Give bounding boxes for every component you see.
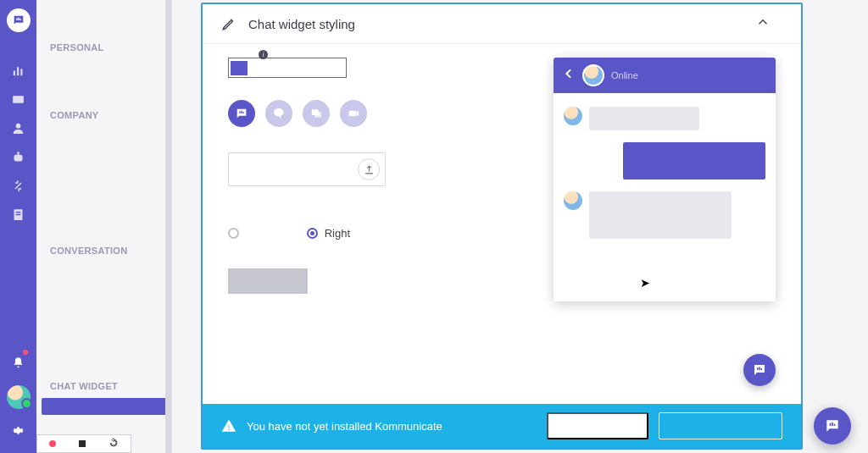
sidebar-group-personal: PERSONAL xyxy=(36,30,171,58)
upload-custom-icon[interactable] xyxy=(228,152,386,186)
launcher-icon-picker xyxy=(228,100,499,127)
color-swatch xyxy=(231,61,248,75)
banner-secondary-button[interactable] xyxy=(659,412,782,439)
svg-rect-20 xyxy=(757,367,759,370)
sidebar-group-conversation: CONVERSATION xyxy=(36,234,171,261)
preview-agent-avatar xyxy=(582,64,604,86)
preview-header: Online xyxy=(554,58,776,93)
svg-rect-15 xyxy=(241,111,242,113)
sidebar-group-company: COMPANY xyxy=(36,98,171,125)
svg-rect-21 xyxy=(759,367,760,370)
nav-integrations-icon[interactable] xyxy=(2,171,36,200)
svg-rect-23 xyxy=(830,423,832,426)
section-header[interactable]: Chat widget styling xyxy=(203,4,801,44)
install-banner: You have not yet installed Kommunicate xyxy=(203,404,801,448)
user-avatar[interactable] xyxy=(7,385,31,409)
msg-avatar xyxy=(564,191,582,210)
launcher-option-overlap[interactable] xyxy=(303,100,330,127)
launcher-option-speech[interactable] xyxy=(265,100,292,127)
section-title: Chat widget styling xyxy=(248,17,355,31)
cursor-icon: ➤ xyxy=(640,276,650,290)
preview-status: Online xyxy=(611,70,638,80)
settings-icon[interactable] xyxy=(2,417,36,446)
svg-rect-5 xyxy=(20,69,22,75)
warning-icon xyxy=(221,418,236,434)
notifications-icon[interactable] xyxy=(2,348,36,377)
svg-rect-8 xyxy=(14,154,23,161)
svg-rect-25 xyxy=(834,424,836,427)
svg-rect-1 xyxy=(18,18,19,20)
svg-rect-12 xyxy=(16,211,21,212)
restart-icon[interactable] xyxy=(108,436,119,451)
pencil-icon xyxy=(221,16,236,31)
global-chat-fab[interactable] xyxy=(814,407,851,445)
position-left-radio[interactable]: Left xyxy=(228,227,264,240)
info-icon[interactable]: i xyxy=(259,50,268,59)
svg-rect-13 xyxy=(16,213,21,214)
position-right-label: Right xyxy=(325,227,350,240)
svg-rect-14 xyxy=(239,111,240,113)
position-radio-group: Left Right xyxy=(228,227,499,240)
launcher-option-chat[interactable] xyxy=(228,100,255,127)
nav-reports-icon[interactable] xyxy=(2,200,36,229)
main-panel: Chat widget styling i Left Right xyxy=(201,3,803,450)
primary-color-field: i xyxy=(228,58,499,78)
sidebar-item-styling[interactable] xyxy=(42,398,166,415)
msg-avatar xyxy=(564,107,582,125)
svg-point-7 xyxy=(16,123,21,128)
banner-primary-button[interactable] xyxy=(547,412,648,439)
settings-sidebar: PERSONAL COMPANY CONVERSATION CHAT WIDGE… xyxy=(36,0,172,453)
nav-dashboard-icon[interactable] xyxy=(2,56,36,85)
svg-rect-24 xyxy=(832,423,833,426)
chevron-up-icon xyxy=(755,14,782,33)
banner-text: You have not yet installed Kommunicate xyxy=(247,420,537,433)
preview-launcher-fab xyxy=(743,354,776,386)
nav-bot-icon[interactable] xyxy=(2,142,36,171)
outgoing-bubble xyxy=(623,142,765,180)
launcher-option-video[interactable] xyxy=(340,100,367,127)
stop-icon[interactable] xyxy=(79,440,86,447)
svg-rect-18 xyxy=(314,112,321,118)
recording-controls xyxy=(36,434,131,453)
icon-rail xyxy=(0,0,36,453)
svg-rect-16 xyxy=(242,112,243,113)
position-right-radio[interactable]: Right xyxy=(307,227,350,240)
upload-icon[interactable] xyxy=(358,158,380,180)
scrollbar[interactable] xyxy=(165,0,171,453)
brand-logo[interactable] xyxy=(7,8,31,32)
color-input[interactable] xyxy=(228,58,347,78)
svg-rect-19 xyxy=(349,111,356,117)
svg-rect-0 xyxy=(16,18,17,20)
svg-rect-4 xyxy=(17,67,19,75)
svg-rect-22 xyxy=(761,368,763,370)
back-icon xyxy=(562,67,576,84)
svg-rect-3 xyxy=(14,70,15,75)
widget-preview: Online ➤ xyxy=(554,58,776,301)
nav-conversations-icon[interactable] xyxy=(2,85,36,113)
svg-rect-2 xyxy=(19,19,20,20)
sidebar-group-chat-widget: CHAT WIDGET xyxy=(36,369,171,396)
record-icon[interactable] xyxy=(49,440,56,447)
incoming-bubble xyxy=(589,107,699,130)
save-button[interactable] xyxy=(228,268,308,294)
svg-rect-6 xyxy=(13,96,24,103)
svg-rect-10 xyxy=(18,153,19,155)
nav-users-icon[interactable] xyxy=(2,113,36,142)
incoming-bubble xyxy=(589,191,732,239)
